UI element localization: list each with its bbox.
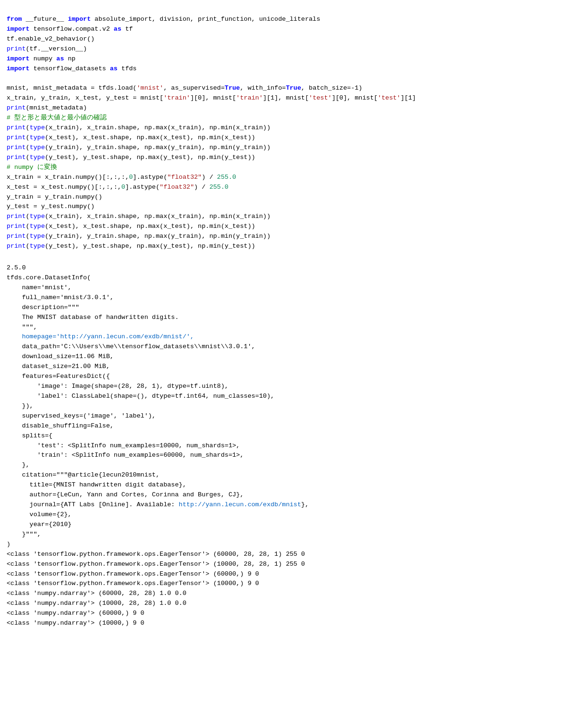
output-link-journal: http://yann.lecun.com/exdb/mnist <box>179 501 301 508</box>
output-link-homepage: homepage='http://yann.lecun.com/exdb/mni… <box>22 333 194 340</box>
keyword-from: from <box>7 16 22 23</box>
builtin-print: print <box>7 45 26 52</box>
output-block: 2.5.0 tfds.core.DatasetInfo( name='mnist… <box>7 263 569 628</box>
keyword-as-np: as <box>56 55 64 62</box>
output-text: 2.5.0 tfds.core.DatasetInfo( name='mnist… <box>7 263 569 628</box>
keyword-import: import <box>68 16 91 23</box>
keyword-as-tfds: as <box>110 65 118 72</box>
keyword-import-tf: import <box>7 25 30 33</box>
code-editor: from __future__ import absolute_import, … <box>7 5 569 261</box>
keyword-import-tfds: import <box>7 65 30 72</box>
keyword-as-tf: as <box>114 25 121 33</box>
keyword-import-np: import <box>7 55 30 62</box>
